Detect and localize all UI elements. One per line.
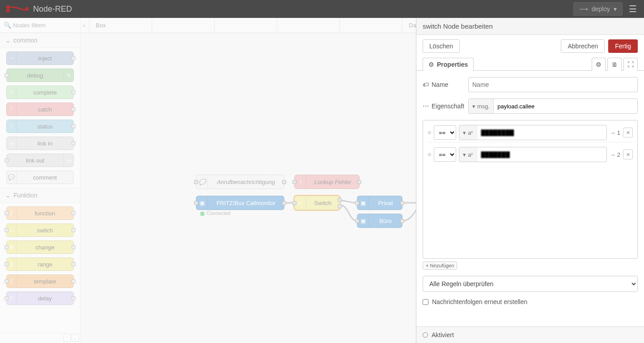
rule-remove-button[interactable]: ✕ xyxy=(623,150,633,159)
palette-node-label: change xyxy=(17,244,73,251)
settings-tab[interactable]: ⚙ xyxy=(592,58,606,71)
palette-node-link-in[interactable]: ↝link in xyxy=(6,137,74,150)
flow-node-switch[interactable]: ⎌Switch xyxy=(294,196,340,210)
palette-node-debug[interactable]: debug≡ xyxy=(6,69,74,82)
description-tab[interactable]: 🗎 xyxy=(607,58,622,71)
edit-panel: switch Node bearbeiten Löschen Abbrechen… xyxy=(416,18,644,343)
logo-text: Node-RED xyxy=(33,4,72,14)
rule-row-2: ≡==▾aᶻ→ 2✕ xyxy=(428,145,633,164)
rule-output-label: → 1 xyxy=(610,129,620,136)
palette-node-complete[interactable]: !complete xyxy=(6,86,74,99)
done-button[interactable]: Fertig xyxy=(608,39,638,53)
svg-point-2 xyxy=(25,7,29,11)
flow-tab-3[interactable] xyxy=(277,18,340,33)
palette-node-inject[interactable]: →inject xyxy=(6,51,74,65)
svg-point-1 xyxy=(6,9,10,13)
palette-node-label: template xyxy=(17,278,73,285)
rule-value-input[interactable] xyxy=(477,125,606,140)
node-label: Anrufbenachrichtigung xyxy=(208,179,284,185)
gear-icon: ⚙ xyxy=(596,61,602,68)
palette-node-range[interactable]: ‖range xyxy=(6,257,74,271)
palette-node-label: link in xyxy=(17,140,73,147)
flow-tab-2[interactable] xyxy=(215,18,277,33)
drag-handle-icon[interactable]: ≡ xyxy=(428,129,431,136)
rule-operator-select[interactable]: == xyxy=(434,125,456,140)
flow-node-fritz[interactable]: ▣FRITZ!Box Callmonitor xyxy=(196,196,284,210)
palette-node-template[interactable]: {template xyxy=(6,274,74,288)
deploy-button[interactable]: ⟶ deploy ▾ xyxy=(573,2,623,16)
palette-category[interactable]: ⌄common xyxy=(0,33,80,48)
palette-node-change[interactable]: ⚙change xyxy=(6,240,74,254)
recreate-checkbox-row[interactable]: Nachrichtenfolgen erneut erstellen xyxy=(423,298,638,305)
edit-panel-footer: Aktiviert xyxy=(416,326,644,343)
deploy-icon: ⟶ xyxy=(579,5,588,13)
rule-operator-select[interactable]: == xyxy=(434,147,456,162)
palette-search-input[interactable] xyxy=(13,22,88,29)
palette-node-delay[interactable]: ⏲delay xyxy=(6,292,74,305)
rule-type-select[interactable]: ▾aᶻ xyxy=(459,125,477,140)
flow-node-lookup[interactable]: !Lookup Fehler xyxy=(294,175,360,189)
caret-down-icon: ▾ xyxy=(472,103,475,110)
caret-down-icon: ▾ xyxy=(463,129,466,136)
palette-node-status[interactable]: ⎍status xyxy=(6,120,74,133)
flow-node-buro[interactable]: ▣Büro xyxy=(357,214,402,228)
node-label: Privat xyxy=(369,200,402,206)
property-label: ⋯Eigenschaft xyxy=(423,103,464,110)
palette-collapse-down[interactable]: ⌄ xyxy=(72,334,79,342)
appearance-icon: ⛶ xyxy=(627,61,634,68)
link out-icon: ↝ xyxy=(64,154,73,167)
rules-container: ≡==▾aᶻ→ 1✕≡==▾aᶻ→ 2✕ xyxy=(423,120,638,259)
palette-node-label: inject xyxy=(17,55,73,62)
ellipsis-icon: ⋯ xyxy=(423,103,429,110)
recreate-checkbox[interactable] xyxy=(423,299,428,305)
palette-node-function[interactable]: ƒfunction xyxy=(6,206,74,220)
delete-button[interactable]: Löschen xyxy=(423,39,460,53)
palette-node-label: function xyxy=(17,210,73,217)
active-radio[interactable] xyxy=(423,332,428,338)
flow-tab-1[interactable] xyxy=(152,18,215,33)
flow-tab-0[interactable]: Box xyxy=(89,18,152,33)
search-icon: 🔍 xyxy=(4,21,11,29)
add-rule-button[interactable]: +hinzufügen xyxy=(423,262,457,270)
palette-node-switch[interactable]: ⎌switch xyxy=(6,223,74,237)
appearance-tab[interactable]: ⛶ xyxy=(623,58,638,71)
comment-icon: 💬 xyxy=(7,171,17,184)
palette-node-label: complete xyxy=(17,89,73,96)
name-input[interactable] xyxy=(468,77,638,92)
rule-remove-button[interactable]: ✕ xyxy=(623,128,633,137)
palette-collapse-up[interactable]: ⌃ xyxy=(64,334,71,342)
svg-point-0 xyxy=(6,5,10,9)
flow-tab-4[interactable] xyxy=(340,18,402,33)
logo: Node-RED xyxy=(4,4,72,14)
palette-search[interactable]: 🔍 xyxy=(0,18,80,33)
flow-node-notify[interactable]: 💬Anrufbenachrichtigung xyxy=(196,175,284,189)
caret-down-icon: ▾ xyxy=(463,151,466,158)
rule-value-input[interactable] xyxy=(477,147,606,162)
properties-tab[interactable]: ⚙ Properties xyxy=(423,58,474,71)
palette-node-comment[interactable]: 💬comment xyxy=(6,171,74,184)
palette-node-catch[interactable]: !catch xyxy=(6,103,74,116)
palette-category[interactable]: ⌄Funktion xyxy=(0,188,80,203)
node-label: Switch xyxy=(306,200,339,206)
property-input[interactable] xyxy=(494,99,637,113)
tab-scroll-left[interactable]: ‹ xyxy=(80,18,89,33)
cancel-button[interactable]: Abbrechen xyxy=(561,39,605,53)
menu-icon[interactable]: ☰ xyxy=(626,4,640,14)
catch-icon: ! xyxy=(7,103,17,116)
gear-icon: ⚙ xyxy=(428,61,434,68)
rule-type-select[interactable]: ▾aᶻ xyxy=(459,147,477,162)
chevron-down-icon: ⌄ xyxy=(5,37,11,44)
name-label: 🏷Name xyxy=(423,81,464,88)
doc-icon: 🗎 xyxy=(611,61,618,68)
palette-node-label: catch xyxy=(17,106,73,113)
drag-handle-icon[interactable]: ≡ xyxy=(428,151,431,158)
flow-node-privat[interactable]: ▣Privat xyxy=(357,196,402,210)
properties-tab-label: Properties xyxy=(437,61,468,68)
status-icon: ⎍ xyxy=(7,120,17,133)
category-label: Funktion xyxy=(13,192,38,199)
palette-node-link-out[interactable]: link out↝ xyxy=(6,154,74,167)
checkall-select[interactable]: Alle Regeln überprüfen xyxy=(423,276,638,292)
caret-down-icon: ▾ xyxy=(614,5,617,13)
property-type-select[interactable]: ▾msg. xyxy=(469,99,494,113)
logo-icon xyxy=(4,4,30,13)
